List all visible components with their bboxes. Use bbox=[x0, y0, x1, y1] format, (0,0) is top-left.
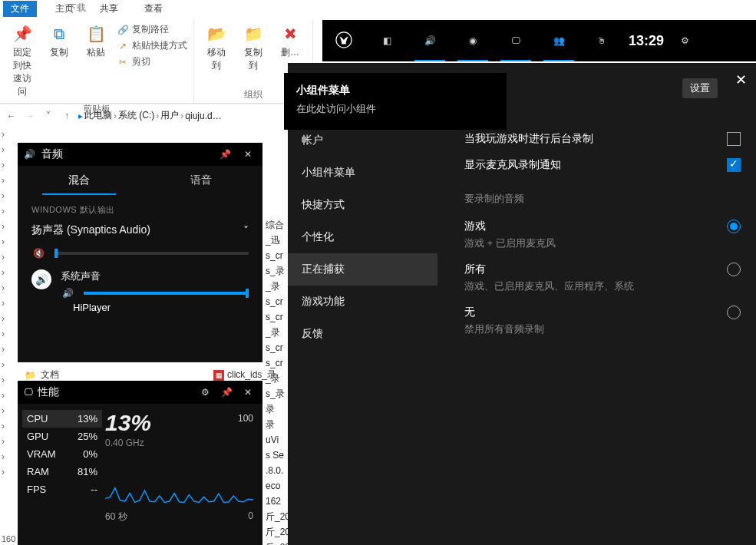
opt-all-sub: 游戏、已启用麦克风、应用程序、系统 bbox=[464, 279, 634, 293]
perf-close-button[interactable]: ✕ bbox=[239, 384, 256, 401]
gamebar-xbox-button[interactable] bbox=[322, 20, 365, 61]
paste-icon: 📋 bbox=[85, 23, 107, 45]
opt-mic-notify-label: 显示麦克风录制通知 bbox=[464, 158, 561, 172]
perf-widget-title: 性能 bbox=[38, 385, 192, 399]
gear-icon: ⚙ bbox=[681, 35, 689, 46]
gamebar-social-button[interactable]: 👥 bbox=[537, 20, 580, 61]
settings-nav-item[interactable]: 个性化 bbox=[288, 221, 437, 253]
opt-none-sub: 禁用所有音频录制 bbox=[464, 322, 544, 336]
gamebar-mouse-button[interactable]: 🖱 bbox=[580, 20, 623, 61]
gamebar-audio-button[interactable]: 🔊 bbox=[408, 20, 451, 61]
settings-nav-item[interactable]: 小组件菜单 bbox=[288, 157, 437, 189]
perf-stat-list: CPU13%GPU25%VRAM0%RAM81%FPS-- bbox=[27, 410, 97, 524]
opt-none-radio[interactable] bbox=[727, 306, 741, 319]
opt-game-sub: 游戏 + 已启用麦克风 bbox=[464, 236, 556, 250]
gamebar-settings-button[interactable]: ⚙ bbox=[669, 35, 700, 46]
hiplayer-label: HiPlayer bbox=[31, 299, 249, 313]
quick-access-dropdown[interactable]: 下载 bbox=[68, 2, 86, 15]
file-fragment: .8.0. bbox=[266, 463, 283, 478]
gamebar-clock: 13:29 bbox=[623, 33, 669, 49]
file-fragment: s_cr bbox=[266, 309, 283, 325]
ribbon-tab-share[interactable]: 共享 bbox=[92, 1, 126, 17]
file-fragment: s_cr bbox=[266, 248, 283, 263]
file-fragment: s Se bbox=[266, 448, 284, 463]
opt-all-radio[interactable] bbox=[727, 263, 741, 276]
file-fragment: _录 bbox=[266, 371, 280, 386]
settings-nav-item[interactable]: 反馈 bbox=[288, 318, 437, 350]
pin-icon: 📌 bbox=[12, 23, 33, 45]
copy-to-button[interactable]: 📁复制到 bbox=[236, 20, 271, 75]
monitor-icon: 🖵 bbox=[511, 35, 520, 46]
gamebar-perf-button[interactable]: 🖵 bbox=[494, 20, 537, 61]
monitor-icon: 🖵 bbox=[24, 387, 33, 398]
settings-pill[interactable]: 设置 bbox=[682, 78, 718, 98]
audio-tab-mix[interactable]: 混合 bbox=[18, 166, 140, 195]
cut-icon: ✂ bbox=[117, 56, 129, 68]
paste-shortcut-button[interactable]: ↗粘贴快捷方式 bbox=[117, 39, 187, 52]
file-fragment: 录 bbox=[266, 401, 275, 417]
nav-history-icon[interactable]: ˅ bbox=[41, 109, 55, 123]
breadcrumb[interactable]: ▸ 此电脑› 系统 (C:)› 用户› qiuju.d… bbox=[78, 109, 222, 122]
copyto-icon: 📁 bbox=[243, 23, 264, 45]
tooltip-body: 在此处访问小组件 bbox=[296, 102, 494, 116]
copy-path-button[interactable]: 🔗复制路径 bbox=[117, 23, 187, 36]
nav-back-icon[interactable]: ← bbox=[5, 109, 18, 123]
move-to-button[interactable]: 📂移动到 bbox=[199, 20, 234, 75]
settings-nav-item[interactable]: 游戏功能 bbox=[288, 286, 437, 318]
ribbon-tab-file[interactable]: 文件 bbox=[3, 1, 37, 17]
opt-game-radio[interactable] bbox=[727, 220, 741, 233]
perf-stat-row[interactable]: RAM81% bbox=[27, 463, 97, 481]
file-fragment: _迅 bbox=[266, 233, 280, 248]
output-device-selector[interactable]: 扬声器 (Synaptics Audio) ˅ bbox=[31, 223, 249, 237]
docs-folder[interactable]: 📁文档 bbox=[25, 368, 59, 382]
tooltip-title: 小组件菜单 bbox=[296, 84, 494, 97]
file-fragment: s_cr bbox=[266, 340, 283, 355]
opt-mic-notify-checkbox[interactable] bbox=[727, 158, 741, 172]
close-icon: ✕ bbox=[735, 71, 747, 88]
audio-close-button[interactable]: ✕ bbox=[239, 146, 256, 163]
perf-stat-row[interactable]: FPS-- bbox=[27, 481, 97, 498]
opt-all-label: 所有 bbox=[464, 263, 634, 276]
gamebar-capture-button[interactable]: ◉ bbox=[451, 20, 494, 61]
copy-button[interactable]: ⧉复制 bbox=[41, 20, 77, 101]
nav-tree[interactable] bbox=[0, 127, 14, 480]
perf-stat-row[interactable]: VRAM0% bbox=[27, 445, 97, 463]
sliders-icon: ⚙ bbox=[201, 387, 210, 398]
pin-quickaccess-button[interactable]: 📌固定到快 速访问 bbox=[5, 20, 40, 101]
perf-stat-row[interactable]: CPU13% bbox=[22, 410, 102, 428]
audio-pin-button[interactable]: 📌 bbox=[216, 146, 233, 163]
perf-pin-button[interactable]: 📌 bbox=[218, 384, 235, 401]
chevron-down-icon: ˅ bbox=[243, 224, 249, 236]
file-fragment: 录 bbox=[266, 417, 275, 432]
perf-stat-row[interactable]: GPU25% bbox=[27, 428, 97, 445]
paste-button[interactable]: 📋粘贴 bbox=[78, 20, 114, 101]
file-fragment: _录 bbox=[266, 325, 280, 340]
file-fragment: uVi bbox=[266, 432, 279, 448]
ribbon-tab-view[interactable]: 查看 bbox=[137, 1, 170, 17]
file-fragment: 斤_20 bbox=[266, 509, 290, 524]
audio-widget: 🔊 音频 📌 ✕ 混合 语音 WINDOWS 默认输出 扬声器 (Synapti… bbox=[18, 143, 262, 362]
settings-nav-item[interactable]: 快捷方式 bbox=[288, 189, 437, 221]
nav-up-icon[interactable]: ↑ bbox=[60, 109, 74, 123]
chart-xleft: 60 秒 bbox=[105, 510, 127, 524]
close-icon: ✕ bbox=[244, 387, 252, 398]
speaker-icon[interactable]: 🔊 bbox=[61, 288, 74, 299]
shortcut-icon: ↗ bbox=[117, 40, 129, 52]
file-fragment: 斤_20 bbox=[266, 524, 290, 540]
mute-icon[interactable]: 🔇 bbox=[31, 248, 45, 259]
master-volume-slider[interactable] bbox=[54, 252, 249, 255]
nav-fwd-icon[interactable]: → bbox=[23, 109, 37, 123]
settings-close-button[interactable]: ✕ bbox=[730, 69, 751, 91]
settings-nav-item[interactable]: 正在捕获 bbox=[288, 253, 437, 286]
system-volume-slider[interactable] bbox=[84, 292, 249, 295]
xbox-icon bbox=[335, 31, 352, 51]
file-fragment: s_录 bbox=[266, 263, 285, 279]
chart-xright: 0 bbox=[248, 510, 253, 524]
audio-tab-voice[interactable]: 语音 bbox=[140, 166, 263, 195]
opt-bg-record-checkbox[interactable] bbox=[727, 132, 741, 146]
gamebar-widgets-button[interactable]: ◧ bbox=[365, 20, 408, 61]
widgets-icon: ◧ bbox=[383, 35, 391, 46]
cut-button[interactable]: ✂剪切 bbox=[117, 55, 187, 68]
close-icon: ✕ bbox=[244, 149, 252, 160]
perf-options-button[interactable]: ⚙ bbox=[196, 384, 213, 401]
